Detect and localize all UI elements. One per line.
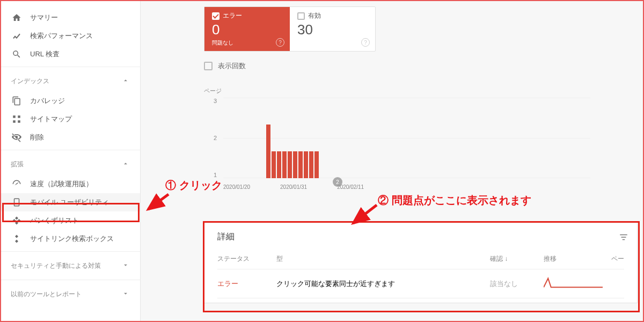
section-legacy[interactable]: 以前のツールとレポート [1,283,140,305]
speed-icon [11,178,23,190]
nav-label: 削除 [30,133,44,142]
impressions-label: 表示回数 [218,61,246,71]
hide-icon [11,131,23,143]
status-cards: エラー 0 問題なし ? 有効 30 ? [204,6,376,52]
row-type: クリック可能な要素同士が近すぎます [276,279,490,289]
sidebar-item-breadcrumb[interactable]: パンくずリスト [1,211,140,230]
chart-bar [272,151,276,178]
row-trend [544,277,603,290]
home-icon [11,12,23,24]
chart-bar [282,151,287,178]
sort-icon: ↓ [504,255,510,262]
checkbox-icon [204,62,213,70]
nav-label: 速度（試験運用版） [30,179,93,189]
nav-label: パンくずリスト [30,216,79,225]
sidebar-item-summary[interactable]: サマリー [1,9,140,27]
nav-label: サイトマップ [30,114,72,124]
trend-icon [11,30,23,42]
breadcrumb-icon [11,215,23,226]
chart-bar [314,151,319,178]
chart-bar [304,151,308,178]
sidebar-item-performance[interactable]: 検索パフォーマンス [1,27,140,45]
sidebar-item-remove[interactable]: 削除 [1,128,140,147]
searchbox-icon [11,233,23,245]
chevron-down-icon [122,290,130,298]
sitemap-icon [11,113,23,125]
help-icon[interactable]: ? [361,38,370,47]
nav-label: 検索パフォーマンス [30,31,93,41]
impressions-toggle[interactable]: 表示回数 [204,61,246,71]
card-valid[interactable]: 有効 30 ? [290,7,375,51]
col-type[interactable]: 型 [276,254,490,264]
chart-bar [293,151,297,178]
nav-label: URL 検査 [30,49,60,59]
sidebar-item-sitemap[interactable]: サイトマップ [1,110,140,128]
checkbox-icon [212,12,219,20]
chevron-down-icon [122,261,130,270]
nav-label: サイトリンク検索ボックス [30,234,114,244]
chevron-up-icon [122,77,130,85]
chart-yticks: 3 2 1 [211,98,217,178]
chevron-up-icon [122,160,130,169]
row-confirm: 該当なし [490,279,544,289]
chart-area: ページ 3 2 1 2 2020/01/20 2020/01/31 2020/0… [204,87,590,194]
card-label: 有効 [308,11,321,20]
help-icon[interactable]: ? [276,38,284,47]
section-enhance[interactable]: 拡張 [1,153,140,175]
col-pages[interactable]: ペー [603,254,624,264]
card-sub: 問題なし [212,39,233,47]
sidebar-item-mobile-usability[interactable]: モバイル ユーザビリティ [1,193,140,211]
section-security[interactable]: セキュリティと手動による対策 [1,255,140,276]
chart-bar [298,151,303,178]
col-confirm[interactable]: 確認 ↓ [490,254,544,264]
section-title: インデックス [11,77,49,86]
details-title: 詳細 [217,231,624,243]
chart-plot [223,98,590,178]
nav-label: カバレッジ [30,96,65,106]
card-value: 0 [212,21,282,38]
section-title: セキュリティと手動による対策 [11,261,101,270]
sparkline-icon [544,282,603,290]
checkbox-icon [297,12,305,20]
mobile-icon [11,196,23,208]
copy-icon [11,95,23,107]
section-title: 拡張 [11,160,24,169]
chart-bar [309,151,313,178]
sidebar-item-speed[interactable]: 速度（試験運用版） [1,175,140,193]
sidebar: サマリー 検索パフォーマンス URL 検査 インデックス カバレッジ サイトマッ… [1,1,141,321]
nav-label: モバイル ユーザビリティ [30,197,109,207]
details-panel: 詳細 ステータス 型 確認 ↓ 推移 ペー エラー クリック可能な要素同士が近す… [204,222,638,303]
chart-bar [288,151,292,178]
filter-icon[interactable] [619,232,628,242]
chart-bar [277,151,281,178]
sidebar-item-coverage[interactable]: カバレッジ [1,92,140,110]
table-row[interactable]: エラー クリック可能な要素同士が近すぎます 該当なし [217,269,624,298]
nav-label: サマリー [30,13,58,23]
card-label: エラー [223,11,242,20]
main-content: エラー 0 問題なし ? 有効 30 ? 表示回数 ページ 3 2 1 2 20… [141,1,643,321]
row-status: エラー [217,279,276,289]
card-error[interactable]: エラー 0 問題なし ? [204,7,290,51]
section-title: 以前のツールとレポート [11,290,82,299]
section-index[interactable]: インデックス [1,70,140,92]
card-value: 30 [297,21,368,38]
chart-bar [266,125,270,178]
col-trend[interactable]: 推移 [544,254,603,264]
col-status[interactable]: ステータス [217,254,276,264]
sidebar-item-url-inspect[interactable]: URL 検査 [1,45,140,63]
sidebar-item-sitelinks[interactable]: サイトリンク検索ボックス [1,230,140,248]
search-icon [11,48,23,60]
chart-ylabel: ページ [204,87,222,95]
chart-xticks: 2020/01/20 2020/01/31 2020/02/11 [223,184,364,190]
table-header: ステータス 型 確認 ↓ 推移 ペー [217,254,624,269]
